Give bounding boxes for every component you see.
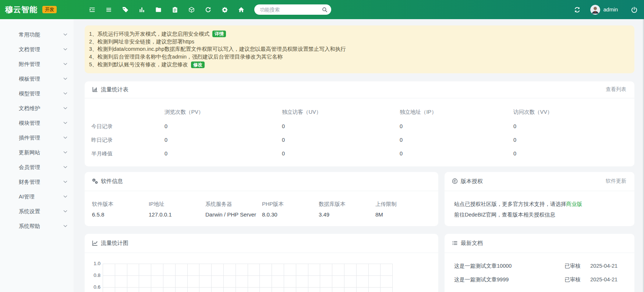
topbar: 穆云智能 开发 xyxy=(0,0,644,19)
field-label: IP地址 xyxy=(149,201,205,208)
software-info-card: 软件信息 软件版本 6.5.8 IP地址 127.0.0.1 xyxy=(85,172,438,226)
cell-uv: 0 xyxy=(282,133,400,147)
column-header: 独立访客（UV） xyxy=(282,105,400,120)
chart-plot-area: 1.0 0.8 0.6 xyxy=(103,264,393,292)
y-tick-label: 0.6 xyxy=(92,284,100,292)
card-header: 最新文档 xyxy=(445,234,634,253)
doc-row: 这是一篇测试文章10000 已审核 2025-04-21 xyxy=(454,259,634,273)
license-line: 站点已授权社区版，更多官方技术支持，请选择商业版 xyxy=(454,201,627,207)
field-value: 127.0.0.1 xyxy=(149,211,205,218)
topbar-nav xyxy=(89,7,244,13)
sidebar-item[interactable]: 插件管理 xyxy=(0,130,74,145)
username[interactable]: admin xyxy=(604,7,618,13)
sidebar-item-label: 文档管理 xyxy=(19,46,63,53)
doc-status: 已审核 xyxy=(565,263,590,270)
field-label: 软件版本 xyxy=(92,201,149,208)
search-input[interactable] xyxy=(259,7,322,13)
 xyxy=(7,179,13,185)
list-icon xyxy=(452,240,458,246)
license-text: 站点已授权社区版，更多官方技术支持，请选择 xyxy=(454,201,566,207)
menu-icon[interactable] xyxy=(106,7,112,13)
commercial-edition-link[interactable]: 商业版 xyxy=(566,201,583,207)
sidebar-item[interactable]: 系统帮助 xyxy=(0,219,74,233)
chevron-down-icon xyxy=(63,166,67,169)
search-box[interactable] xyxy=(254,4,331,15)
field-value: 3.49 xyxy=(319,211,375,218)
sidebar-item[interactable]: 模块管理 xyxy=(0,116,74,130)
row-label: 昨日记录 xyxy=(85,133,164,147)
topbar-right: admin xyxy=(574,5,641,15)
software-update-link[interactable]: 软件更新 xyxy=(606,178,626,184)
gear-icon[interactable] xyxy=(222,7,228,13)
field-label: 上传限制 xyxy=(375,201,432,208)
gears-icon xyxy=(92,178,98,184)
notice-text: 4、检测到后台管理目录名称中包含admin，强烈建议后台管理目录修改为其它名称 xyxy=(89,53,283,60)
cube-icon[interactable] xyxy=(188,7,195,13)
sidebar-item[interactable]: 财务管理 xyxy=(0,175,74,189)
search-icon[interactable] xyxy=(322,7,328,13)
avatar[interactable] xyxy=(590,5,600,15)
chevron-down-icon xyxy=(63,136,67,139)
notice-action-badge[interactable]: 详情 xyxy=(212,31,226,37)
software-field: PHP版本 8.0.30 xyxy=(262,201,319,218)
card-title: 最新文档 xyxy=(461,240,483,247)
sidebar-item[interactable]: 模型管理 xyxy=(0,86,74,101)
sidebar-item[interactable]: 附件管理 xyxy=(0,57,74,71)
card-header: 流量统计表 查看列表 xyxy=(85,81,634,98)
sidebar-item-label: 常用功能 xyxy=(19,31,63,38)
sidebar-item[interactable]: 会员管理 xyxy=(0,160,74,175)
column-header: 浏览次数（PV） xyxy=(164,105,282,120)
field-label: PHP版本 xyxy=(262,201,319,208)
latest-docs-card: 最新文档 这是一篇测试文章10000 已审核 2025-04-21 这是一篇测试… xyxy=(445,234,634,292)
refresh-icon[interactable] xyxy=(205,7,211,13)
software-field: IP地址 127.0.0.1 xyxy=(149,201,205,218)
cell-uv: 0 xyxy=(282,147,400,161)
tag-icon[interactable] xyxy=(122,7,128,13)
 xyxy=(7,149,13,156)
security-notice: 1、系统运行环境为开发模式，建议您启用安全模式 详情 2、检测到网址非安全链接，… xyxy=(85,25,634,73)
table-row: 半月峰值 0 0 0 0 xyxy=(85,147,634,161)
outdent-icon[interactable] xyxy=(89,7,95,13)
folder-icon[interactable] xyxy=(155,7,162,13)
card-header: 流量统计图 xyxy=(85,234,438,253)
sidebar-item-label: 系统帮助 xyxy=(19,223,63,230)
cell-pv: 0 xyxy=(164,133,282,147)
doc-title-link[interactable]: 这是一篇测试文章10000 xyxy=(454,263,565,270)
cell-pv: 0 xyxy=(164,147,282,161)
sidebar-item[interactable]: 系统设置 xyxy=(0,204,74,219)
field-label: 数据库版本 xyxy=(319,201,375,208)
sidebar-item-label: 模型管理 xyxy=(19,90,63,97)
sidebar-item[interactable]: 文档管理 xyxy=(0,42,74,57)
logo[interactable]: 穆云智能 xyxy=(5,4,38,15)
 xyxy=(7,223,13,229)
chevron-down-icon xyxy=(63,180,67,183)
table-header-row: 浏览次数（PV） 独立访客（UV） 独立地址（IP） 访问次数（VV） xyxy=(85,105,634,120)
sync-icon[interactable] xyxy=(574,7,580,13)
clipboard-icon[interactable] xyxy=(172,7,178,13)
main-content: 1、系统运行环境为开发模式，建议您启用安全模式 详情 2、检测到网址非安全链接，… xyxy=(74,19,644,292)
sidebar-item[interactable]: 常用功能 xyxy=(0,27,74,42)
sidebar-item-label: 更新网站 xyxy=(19,149,63,156)
doc-date: 2025-04-21 xyxy=(590,277,634,282)
software-fields: 软件版本 6.5.8 IP地址 127.0.0.1 系统服务器 Darwin /… xyxy=(85,191,438,218)
copyright-icon xyxy=(452,178,458,184)
notice-line: 3、检测到data/common.inc.php数据库配置文件权限可以写入，建议… xyxy=(89,46,629,53)
notice-text: 1、系统运行环境为开发模式，建议您启用安全模式 xyxy=(89,31,209,38)
sidebar-item[interactable]: 文档维护 xyxy=(0,101,74,116)
sidebar-item[interactable]: 模板管理 xyxy=(0,71,74,86)
chevron-down-icon xyxy=(63,210,67,213)
sidebar-item-label: 模块管理 xyxy=(19,120,63,127)
sidebar-item-label: 文档维护 xyxy=(19,105,63,112)
doc-title-link[interactable]: 这是一篇测试文章9999 xyxy=(454,276,565,283)
y-tick-label: 1.0 xyxy=(92,260,100,272)
sidebar-item-label: 会员管理 xyxy=(19,164,63,171)
sidebar-item-label: 财务管理 xyxy=(19,179,63,186)
home-icon[interactable] xyxy=(238,7,244,13)
power-icon[interactable] xyxy=(631,7,637,13)
card-title: 版本授权 xyxy=(461,178,483,185)
sidebar-item[interactable]: 更新网站 xyxy=(0,145,74,160)
sidebar-item[interactable]: AI管理 xyxy=(0,189,74,204)
notice-action-badge[interactable]: 修改 xyxy=(191,61,205,68)
bar-chart-icon[interactable] xyxy=(139,7,145,13)
view-list-link[interactable]: 查看列表 xyxy=(606,86,626,93)
